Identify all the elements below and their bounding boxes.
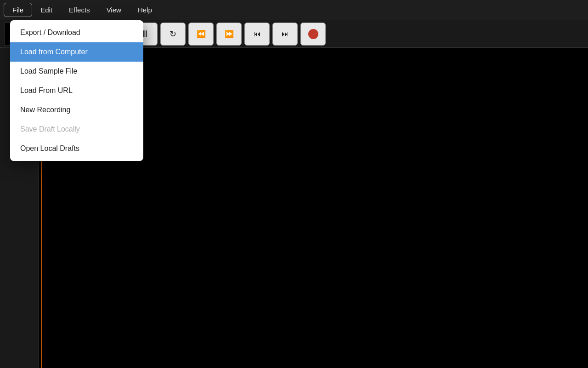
rewind-button[interactable]: ⏪ — [188, 23, 214, 46]
menu-view[interactable]: View — [98, 3, 130, 17]
menu-item-save-draft-locally: Save Draft Locally — [10, 120, 143, 139]
menu-item-load-from-computer[interactable]: Load from Computer — [10, 42, 143, 62]
rewind-icon: ⏪ — [197, 29, 206, 38]
skip-end-button[interactable]: ⏭ — [272, 23, 298, 46]
menu-effects[interactable]: Effects — [61, 3, 98, 17]
skip-end-icon: ⏭ — [282, 30, 289, 38]
menu-item-load-from-url[interactable]: Load From URL — [10, 81, 143, 100]
skip-start-button[interactable]: ⏮ — [244, 23, 270, 46]
record-icon — [308, 29, 318, 39]
menu-item-export-download[interactable]: Export / Download — [10, 23, 143, 42]
menu-item-load-sample-file[interactable]: Load Sample File — [10, 62, 143, 81]
menu-help[interactable]: Help — [130, 3, 160, 17]
menu-item-open-local-drafts[interactable]: Open Local Drafts — [10, 139, 143, 158]
loop-icon: ↻ — [170, 29, 176, 39]
file-dropdown-menu: Export / Download Load from Computer Loa… — [10, 20, 143, 161]
record-button[interactable] — [300, 23, 326, 46]
menu-file[interactable]: File — [4, 3, 32, 17]
menu-edit[interactable]: Edit — [32, 3, 61, 17]
fast-forward-button[interactable]: ⏩ — [216, 23, 242, 46]
fast-forward-icon: ⏩ — [225, 29, 234, 38]
loop-button[interactable]: ↻ — [160, 23, 186, 46]
menubar: File Edit Effects View Help — [0, 0, 588, 20]
skip-start-icon: ⏮ — [254, 30, 261, 38]
menu-item-new-recording[interactable]: New Recording — [10, 100, 143, 120]
